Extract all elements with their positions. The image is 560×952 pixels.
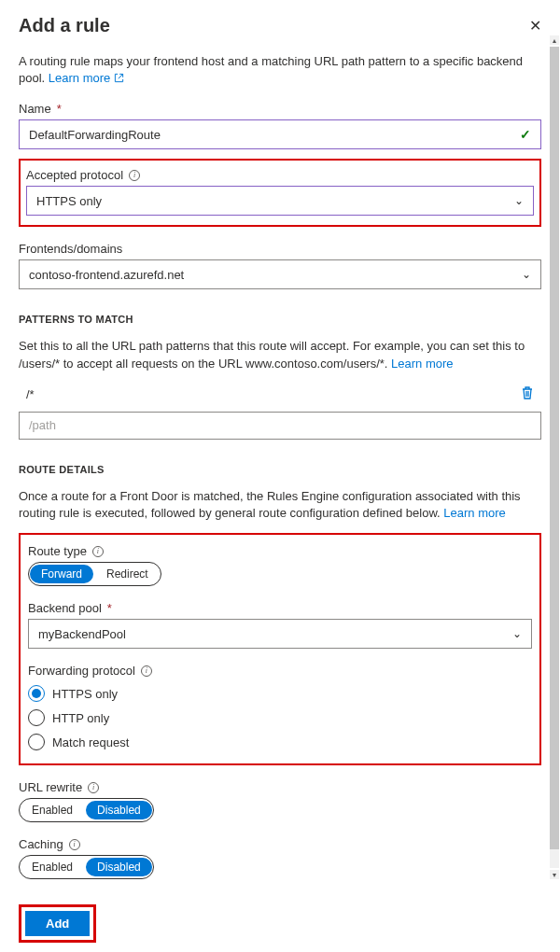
name-label: Name*: [19, 102, 541, 116]
info-icon[interactable]: i: [88, 782, 99, 793]
chevron-down-icon: ⌄: [514, 194, 524, 207]
chevron-down-icon: ⌄: [512, 627, 522, 640]
fp-option-match[interactable]: Match request: [28, 730, 532, 754]
info-icon[interactable]: i: [141, 665, 152, 677]
route-type-toggle[interactable]: Forward Redirect: [28, 562, 161, 586]
delete-icon[interactable]: [521, 385, 534, 404]
rewrite-toggle[interactable]: Enabled Disabled: [19, 798, 154, 822]
patterns-title: PATTERNS TO MATCH: [19, 314, 541, 325]
route-title: ROUTE DETAILS: [19, 464, 541, 475]
frontends-select[interactable]: contoso-frontend.azurefd.net ⌄: [19, 259, 541, 289]
fp-option-http[interactable]: HTTP only: [28, 706, 532, 730]
add-button[interactable]: Add: [25, 911, 90, 936]
check-icon: ✓: [520, 127, 531, 142]
learn-more-link[interactable]: Learn more: [49, 71, 124, 85]
radio-icon[interactable]: [28, 709, 45, 726]
scroll-up-icon[interactable]: ▴: [550, 35, 559, 45]
scroll-down-icon[interactable]: ▾: [550, 870, 559, 879]
info-icon[interactable]: i: [92, 546, 104, 557]
radio-icon[interactable]: [28, 685, 45, 702]
caching-toggle[interactable]: Enabled Disabled: [19, 855, 154, 879]
intro-text: A routing rule maps your frontend host a…: [19, 53, 541, 87]
rewrite-label: URL rewrite i: [19, 780, 541, 794]
name-input[interactable]: DefaultForwardingRoute ✓: [19, 119, 541, 149]
info-icon[interactable]: i: [69, 839, 80, 850]
close-icon[interactable]: ✕: [529, 17, 541, 35]
radio-icon[interactable]: [28, 734, 45, 750]
pattern-input[interactable]: /path: [19, 412, 541, 440]
panel-title: Add a rule: [19, 15, 110, 36]
route-desc: Once a route for a Front Door is matched…: [19, 488, 541, 522]
route-type-forward[interactable]: Forward: [30, 565, 93, 583]
backend-select[interactable]: myBackendPool ⌄: [28, 619, 532, 649]
protocol-label: Accepted protocol i: [26, 168, 534, 182]
required-icon: *: [107, 601, 112, 615]
route-type-redirect[interactable]: Redirect: [95, 565, 160, 583]
route-type-label: Route type i: [28, 544, 532, 558]
rewrite-enabled[interactable]: Enabled: [21, 801, 84, 819]
scrollbar[interactable]: ▴ ▾: [550, 47, 559, 868]
patterns-learn-more[interactable]: Learn more: [391, 357, 453, 371]
external-link-icon: [114, 73, 124, 83]
rewrite-disabled[interactable]: Disabled: [86, 801, 152, 819]
scrollbar-thumb[interactable]: [550, 47, 559, 849]
required-icon: *: [57, 102, 62, 116]
caching-label: Caching i: [19, 837, 541, 851]
forwarding-protocol-label: Forwarding protocol i: [28, 664, 532, 678]
fp-option-https[interactable]: HTTPS only: [28, 681, 532, 706]
caching-enabled[interactable]: Enabled: [21, 858, 84, 876]
pattern-existing: /*: [26, 387, 35, 401]
chevron-down-icon: ⌄: [522, 268, 531, 281]
backend-label: Backend pool*: [28, 601, 532, 615]
protocol-select[interactable]: HTTPS only ⌄: [26, 186, 534, 216]
caching-disabled[interactable]: Disabled: [86, 858, 152, 876]
patterns-desc: Set this to all the URL path patterns th…: [19, 338, 541, 371]
info-icon[interactable]: i: [129, 170, 140, 181]
route-learn-more[interactable]: Learn more: [443, 506, 505, 520]
frontends-label: Frontends/domains: [19, 242, 541, 256]
